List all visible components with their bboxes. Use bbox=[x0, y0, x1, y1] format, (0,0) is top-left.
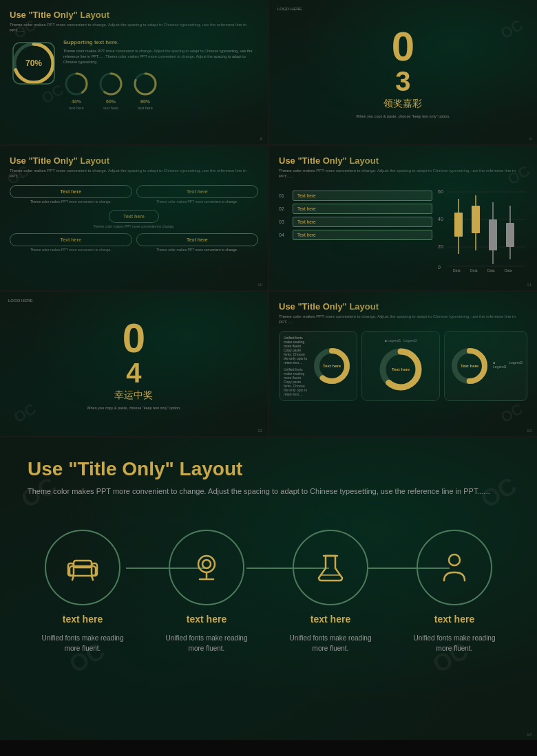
flask-icon bbox=[313, 550, 348, 585]
camera-icon-circle bbox=[169, 530, 244, 605]
slide-5-num: 12 bbox=[257, 429, 262, 433]
item-4-bar: Text here bbox=[293, 230, 432, 240]
item-4-num: 04 bbox=[279, 233, 288, 237]
icon-3-desc: Unified fonts make reading more fluent. bbox=[282, 633, 379, 654]
slide-2-paste: When you copy & paste, choose "keep text… bbox=[356, 114, 450, 118]
box-2-label: Text here bbox=[136, 185, 259, 198]
slide-6-num: 13 bbox=[527, 429, 531, 433]
box-center-label: Text here bbox=[109, 210, 159, 223]
slide-6: OC Use "Title Only" Layout Theme color m… bbox=[269, 292, 537, 436]
donut-3-center: Text here bbox=[461, 364, 478, 368]
slide-1-content: 70% Supporting text here. Theme color ma… bbox=[10, 39, 258, 110]
bottom-slide-title: Use "Title Only" Layout bbox=[28, 458, 509, 480]
donut-1-desc2: Unified fonts make reading more fluent. … bbox=[284, 367, 308, 396]
icon-4-label: text here bbox=[434, 614, 474, 625]
slide-5-num-sub: 4 bbox=[126, 359, 141, 387]
small-circle-2: 60% text here bbox=[98, 71, 124, 110]
legend2-3: Legend2 bbox=[509, 360, 523, 369]
donut-2-center: Text here bbox=[392, 367, 410, 371]
donut-2: ■ Legend1 Legend2 Text here bbox=[361, 331, 440, 401]
donut-1-text: Unified fonts make reading more fluent. … bbox=[284, 336, 308, 396]
box-4: Text here Theme color makes PPT more con… bbox=[10, 233, 132, 252]
donut-3-chart: Text here bbox=[449, 345, 490, 387]
slide-4-subtitle: Theme color makes PPT more convenient to… bbox=[279, 168, 527, 180]
icon-3-label: text here bbox=[310, 614, 350, 625]
box-4-desc: Theme color makes PPT more convenient to… bbox=[10, 248, 132, 252]
list-item-2: 02 Text here bbox=[279, 204, 432, 214]
circle-60-pct: 60% bbox=[106, 99, 116, 104]
icon-item-1: text here Unified fonts make reading mor… bbox=[34, 530, 131, 654]
slide-2-num: 9 bbox=[529, 137, 531, 141]
legend2: Legend2 bbox=[403, 338, 417, 343]
circle-pct-label: 70% bbox=[25, 58, 42, 68]
slide-bottom: OC OC OC OC Use "Title Only" Layout Them… bbox=[0, 438, 537, 740]
svg-text:40: 40 bbox=[438, 217, 443, 222]
item-1-bar: Text here bbox=[293, 191, 432, 201]
slide-1-title: Use "Title Only" Layout bbox=[10, 10, 258, 20]
svg-rect-24 bbox=[506, 223, 514, 247]
bottom-slide-subtitle: Theme color makes PPT more convenient to… bbox=[28, 487, 509, 495]
legend1-3: ■ Legend1 bbox=[493, 360, 506, 369]
list-item-4: 04 Text here bbox=[279, 230, 432, 240]
item-2-bar: Text here bbox=[293, 204, 432, 214]
list-item-1: 01 Text here bbox=[279, 191, 432, 201]
box-1-desc: Theme color makes PPT more convenient to… bbox=[10, 199, 132, 204]
icons-row: text here Unified fonts make reading mor… bbox=[28, 530, 509, 654]
slide-5-chinese: 幸运中奖 bbox=[114, 389, 153, 402]
small-circle-3: 80% text here bbox=[132, 71, 158, 110]
donut-3-legend: ■ Legend1 Legend2 bbox=[493, 360, 523, 369]
box-2-desc: Theme color makes PPT more convenient to… bbox=[136, 199, 259, 204]
svg-rect-20 bbox=[472, 206, 480, 233]
icon-1-desc: Unified fonts make reading more fluent. bbox=[34, 633, 131, 654]
icon-2-desc: Unified fonts make reading more fluent. bbox=[158, 633, 255, 654]
slide-5-paste: When you copy & paste, choose "keep text… bbox=[87, 406, 180, 410]
donut-1-chart: Text here bbox=[311, 345, 352, 387]
icon-1-label: text here bbox=[63, 614, 103, 625]
svg-point-42 bbox=[202, 560, 211, 568]
svg-text:0: 0 bbox=[438, 265, 441, 270]
circle-40-label: text here bbox=[69, 106, 83, 110]
item-3-num: 03 bbox=[279, 219, 288, 224]
person-icon bbox=[437, 550, 472, 585]
donut-3: Text here ■ Legend1 Legend2 bbox=[444, 331, 527, 401]
slide-4-title: Use "Title Only" Layout bbox=[279, 155, 527, 166]
slide-1-subtitle: Theme color makes PPT more convenient to… bbox=[10, 22, 258, 34]
slide-3-num: 10 bbox=[257, 283, 262, 287]
slide-2-num-sub: 3 bbox=[395, 67, 410, 95]
svg-text:Data: Data bbox=[487, 268, 495, 272]
box-1: Text here Theme color makes PPT more con… bbox=[10, 185, 132, 204]
box-center: Text here Theme color makes PPT more con… bbox=[10, 208, 258, 229]
svg-text:Data: Data bbox=[470, 268, 478, 272]
watermark: OC bbox=[498, 16, 527, 43]
svg-point-41 bbox=[198, 556, 215, 572]
slide-1: OC OC Use "Title Only" Layout Theme colo… bbox=[0, 0, 268, 144]
circle-60-label: text here bbox=[103, 106, 118, 110]
slide-6-subtitle: Theme color makes PPT more convenient to… bbox=[279, 314, 527, 325]
watermark: OC bbox=[11, 400, 40, 426]
slide-4: OC Use "Title Only" Layout Theme color m… bbox=[269, 146, 537, 290]
sofa-icon-circle bbox=[45, 530, 120, 605]
list-item-3: 03 Text here bbox=[279, 217, 432, 227]
slide-3-subtitle: Theme color makes PPT more convenient to… bbox=[10, 168, 258, 180]
donut-1-desc: Unified fonts make reading more fluent. … bbox=[284, 336, 308, 365]
small-circle-1: 40% text here bbox=[63, 71, 90, 110]
sofa-icon bbox=[65, 550, 100, 585]
icon-item-4: text here Unified fonts make reading mor… bbox=[406, 530, 503, 654]
icon-4-desc: Unified fonts make reading more fluent. bbox=[406, 633, 503, 654]
supporting-text: Theme color makes PPT more convenient to… bbox=[63, 48, 258, 65]
circle-80-label: text here bbox=[138, 106, 152, 110]
svg-text:60: 60 bbox=[438, 189, 443, 194]
box-5-label: Text here bbox=[136, 233, 259, 246]
slide-3-title: Use "Title Only" Layout bbox=[10, 155, 258, 166]
svg-rect-22 bbox=[489, 219, 497, 250]
svg-rect-18 bbox=[454, 213, 463, 237]
item-2-num: 02 bbox=[279, 206, 288, 211]
item-3-bar: Text here bbox=[293, 217, 432, 227]
slide-5-big-num: 0 bbox=[123, 318, 145, 359]
candlestick-chart: 60 40 20 0 bbox=[438, 185, 527, 274]
slide-6-title: Use "Title Only" Layout bbox=[279, 301, 527, 312]
icon-2-label: text here bbox=[187, 614, 227, 625]
svg-point-46 bbox=[449, 554, 460, 565]
donut-3-text: ■ Legend1 Legend2 bbox=[493, 360, 523, 371]
slide-5-logo: LOGO HERE bbox=[8, 299, 33, 303]
